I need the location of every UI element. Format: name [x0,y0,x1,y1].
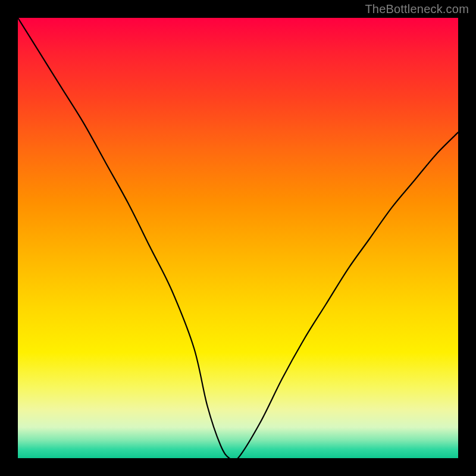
watermark-text: TheBottleneck.com [365,2,469,16]
plot-area [18,18,458,458]
chart-container: TheBottleneck.com [0,0,476,476]
bottleneck-curve [18,18,458,458]
